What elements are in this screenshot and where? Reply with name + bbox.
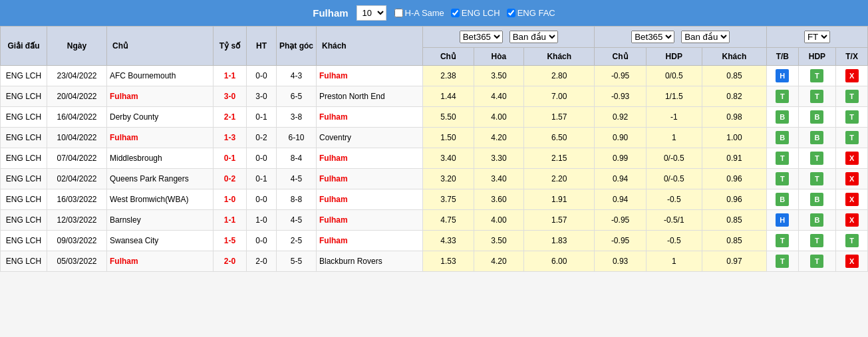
cell-chu1: 1.53 (423, 251, 474, 272)
bet365-select-2[interactable]: Bet365 (631, 31, 674, 43)
cell-away: Fulham (317, 66, 423, 86)
eng-fac-checkbox[interactable] (507, 9, 515, 17)
cell-league: ENG LCH (1, 128, 47, 148)
cell-score: 1-0 (214, 189, 247, 210)
cell-chu1: 3.40 (423, 148, 474, 169)
cell-corner: 6-10 (277, 128, 317, 148)
cell-home: Queens Park Rangers (107, 169, 214, 189)
cell-hoa: 4.20 (474, 128, 523, 148)
cell-khach1: 1.91 (524, 189, 595, 210)
cell-tx: X (836, 210, 868, 231)
cell-score: 1-5 (214, 231, 247, 251)
th-hdp2: HDP (798, 48, 836, 66)
main-table: Giải đấu Ngày Chủ Tỷ số HT Phạt góc Khác… (0, 26, 868, 272)
cell-tb: H (766, 210, 798, 231)
cell-chu2: -0.95 (595, 231, 646, 251)
cell-tb: T (766, 148, 798, 169)
cell-home: Fulham (107, 128, 214, 148)
cell-date: 23/04/2022 (47, 66, 107, 86)
cell-away: Fulham (317, 210, 423, 231)
eng-fac-option[interactable]: ENG FAC (507, 8, 555, 18)
cell-score: 2-0 (214, 251, 247, 272)
ha-same-option[interactable]: H-A Same (394, 8, 444, 18)
cell-tx: X (836, 148, 868, 169)
cell-khach1: 1.83 (524, 231, 595, 251)
cell-corner: 5-5 (277, 251, 317, 272)
cell-ht: 0-1 (247, 107, 277, 128)
cell-tx: T (836, 107, 868, 128)
cell-corner: 8-8 (277, 189, 317, 210)
th-tb: T/B (766, 48, 798, 66)
cell-hdp2: B (798, 189, 836, 210)
cell-league: ENG LCH (1, 210, 47, 231)
cell-date: 16/03/2022 (47, 189, 107, 210)
cell-home: West Bromwich(WBA) (107, 189, 214, 210)
cell-tb: B (766, 189, 798, 210)
cell-khach2: 1.00 (702, 128, 766, 148)
cell-away: Fulham (317, 107, 423, 128)
cell-away: Fulham (317, 148, 423, 169)
cell-hdp: 0/-0.5 (646, 148, 702, 169)
th-hoa: Hòa (474, 48, 523, 66)
cell-hdp2: T (798, 251, 836, 272)
ha-same-checkbox[interactable] (394, 9, 403, 17)
cell-ht: 0-0 (247, 189, 277, 210)
cell-chu2: 0.94 (595, 169, 646, 189)
cell-tx: X (836, 169, 868, 189)
cell-tb: T (766, 231, 798, 251)
cell-away: Preston North End (317, 86, 423, 107)
ban-dau-select-1[interactable]: Ban đầu (509, 31, 558, 43)
th-away: Khách (317, 27, 423, 66)
cell-tx: T (836, 231, 868, 251)
cell-chu2: -0.95 (595, 66, 646, 86)
cell-score: 2-1 (214, 107, 247, 128)
cell-khach2: 0.85 (702, 66, 766, 86)
cell-home: AFC Bournemouth (107, 66, 214, 86)
count-select[interactable]: 10 20 30 (357, 5, 386, 21)
cell-khach2: 0.85 (702, 210, 766, 231)
cell-hdp: 0/0.5 (646, 66, 702, 86)
cell-ht: 0-2 (247, 128, 277, 148)
eng-lch-option[interactable]: ENG LCH (451, 8, 500, 18)
cell-hoa: 4.20 (474, 251, 523, 272)
ban-dau-select-2[interactable]: Ban đầu (681, 31, 730, 43)
th-group2: Bet365 Ban đầu (595, 27, 766, 48)
cell-corner: 4-5 (277, 210, 317, 231)
filter-options: H-A Same ENG LCH ENG FAC (394, 8, 555, 18)
cell-date: 07/04/2022 (47, 148, 107, 169)
cell-date: 12/03/2022 (47, 210, 107, 231)
th-score: Tỷ số (214, 27, 247, 66)
cell-khach1: 1.57 (524, 210, 595, 231)
cell-tb: H (766, 66, 798, 86)
cell-khach2: 0.82 (702, 86, 766, 107)
cell-away: Coventry (317, 128, 423, 148)
bet365-select-1[interactable]: Bet365 (460, 31, 503, 43)
cell-score: 3-0 (214, 86, 247, 107)
th-home: Chủ (107, 27, 214, 66)
cell-chu1: 4.33 (423, 231, 474, 251)
eng-lch-checkbox[interactable] (451, 9, 460, 17)
cell-chu1: 2.38 (423, 66, 474, 86)
cell-chu2: 0.94 (595, 189, 646, 210)
cell-away: Blackburn Rovers (317, 251, 423, 272)
cell-hoa: 3.50 (474, 231, 523, 251)
cell-corner: 4-3 (277, 66, 317, 86)
cell-hdp2: B (798, 107, 836, 128)
cell-hdp: 1 (646, 128, 702, 148)
th-chu1: Chủ (423, 48, 474, 66)
cell-hoa: 3.30 (474, 148, 523, 169)
cell-hdp: -0.5 (646, 231, 702, 251)
cell-date: 10/04/2022 (47, 128, 107, 148)
cell-tx: X (836, 251, 868, 272)
ft-select[interactable]: FT (804, 31, 830, 43)
cell-khach1: 6.00 (524, 251, 595, 272)
cell-home: Barnsley (107, 210, 214, 231)
cell-khach1: 2.20 (524, 169, 595, 189)
cell-hdp2: B (798, 128, 836, 148)
th-ht: HT (247, 27, 277, 66)
cell-chu1: 1.50 (423, 128, 474, 148)
cell-away: Fulham (317, 189, 423, 210)
cell-ht: 0-0 (247, 66, 277, 86)
cell-away: Fulham (317, 231, 423, 251)
team-name: Fulham (313, 7, 348, 19)
